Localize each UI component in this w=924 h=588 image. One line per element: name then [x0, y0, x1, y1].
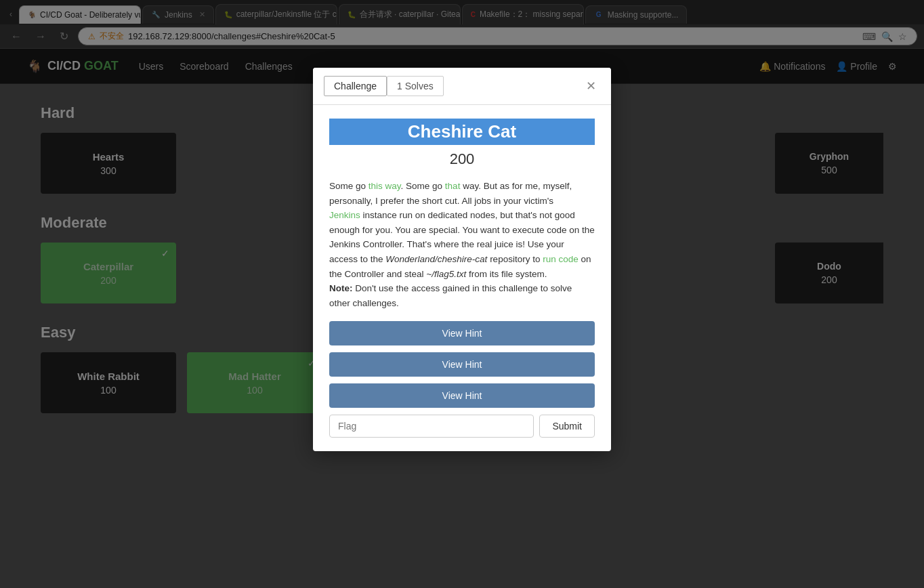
challenge-title: Cheshire Cat	[329, 119, 595, 145]
desc-green-3: Jenkins	[329, 210, 360, 220]
challenge-score: 200	[329, 150, 595, 168]
desc-green-1: this way	[369, 181, 401, 191]
hint-button-1[interactable]: View Hint	[329, 321, 595, 345]
challenge-description: Some go this way. Some go that way. But …	[329, 179, 595, 310]
modal-tab-solves[interactable]: 1 Solves	[387, 76, 444, 96]
submit-button[interactable]: Submit	[539, 415, 595, 438]
challenge-title-wrapper: Cheshire Cat	[329, 119, 595, 145]
flag-row: Submit	[329, 415, 595, 438]
modal-body: Cheshire Cat 200 Some go this way. Some …	[313, 105, 611, 451]
modal-header: Challenge 1 Solves ✕	[313, 68, 611, 105]
desc-green-run: run code	[543, 254, 579, 264]
modal-close-button[interactable]: ✕	[582, 79, 600, 93]
challenge-modal: Challenge 1 Solves ✕ Cheshire Cat 200 So…	[313, 68, 611, 451]
modal-tab-challenge[interactable]: Challenge	[324, 76, 387, 96]
desc-repo: Wonderland/cheshire-cat	[385, 254, 487, 264]
hint-button-2[interactable]: View Hint	[329, 352, 595, 377]
desc-flag: ~/flag5.txt	[426, 269, 466, 279]
hint-button-3[interactable]: View Hint	[329, 383, 595, 408]
flag-input[interactable]	[329, 415, 534, 438]
desc-green-2: that	[445, 181, 461, 191]
modal-overlay[interactable]: Challenge 1 Solves ✕ Cheshire Cat 200 So…	[0, 0, 924, 588]
desc-note-bold: Note:	[329, 283, 353, 293]
